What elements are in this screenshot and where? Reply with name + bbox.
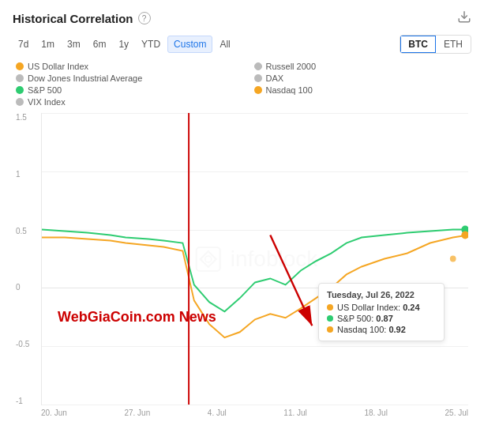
controls-section: 7d 1m 3m 6m 1y YTD Custom All BTC ETH [13, 35, 471, 54]
x-axis-labels: 20. Jun 27. Jun 4. Jul 11. Jul 18. Jul 2… [41, 408, 468, 417]
chart-area: infoblock [41, 113, 468, 405]
page-title: Historical Correlation [13, 12, 133, 25]
tooltip-dot-sp500 [327, 315, 333, 322]
legend-dot-russell [254, 62, 262, 70]
x-label-jun20: 20. Jun [41, 408, 67, 417]
tooltip-row-usd: US Dollar Index: 0.24 [327, 303, 436, 312]
tooltip-label-usd: US Dollar Index: 0.24 [337, 303, 420, 312]
legend-label-dax: DAX [266, 73, 284, 83]
grid-line-bottom [42, 405, 468, 405]
legend-dot-usd [16, 62, 24, 70]
tooltip-dot-usd [327, 304, 333, 311]
filter-6m[interactable]: 6m [88, 36, 112, 52]
filter-all[interactable]: All [214, 36, 235, 52]
filter-custom[interactable]: Custom [167, 36, 212, 53]
filter-1y[interactable]: 1y [113, 36, 134, 52]
legend-label-vix: VIX Index [28, 97, 66, 107]
legend-label-russell: Russell 2000 [266, 62, 317, 71]
x-label-jul11: 11. Jul [283, 408, 306, 417]
header-section: Historical Correlation ? [13, 9, 471, 27]
legend-dot-dow [16, 74, 24, 82]
x-label-jul18: 18. Jul [364, 408, 387, 417]
legend-label-sp500: S&P 500 [28, 85, 62, 95]
tooltip-date: Tuesday, Jul 26, 2022 [327, 290, 436, 299]
time-filter-group: 7d 1m 3m 6m 1y YTD Custom All [13, 36, 236, 53]
x-label-jul4: 4. Jul [208, 408, 227, 417]
chart-wrapper: 1.5 1 0.5 0 -0.5 -1 infoblock [41, 113, 468, 405]
legend-label-nasdaq: Nasdaq 100 [266, 85, 313, 95]
legend-dot-nasdaq [254, 86, 262, 94]
filter-ytd[interactable]: YTD [136, 36, 166, 52]
chart-tooltip: Tuesday, Jul 26, 2022 US Dollar Index: 0… [318, 283, 445, 341]
svg-point-8 [461, 232, 468, 239]
legend-sp500: S&P 500 [16, 85, 231, 95]
legend-dow: Dow Jones Industrial Average [16, 73, 231, 83]
tooltip-label-sp500: S&P 500: 0.87 [337, 314, 393, 323]
x-label-jul25: 25. Jul [445, 408, 468, 417]
legend-label-usd: US Dollar Index [28, 62, 88, 71]
legend-russell: Russell 2000 [254, 62, 469, 71]
legend-dot-sp500 [16, 86, 24, 94]
chart-legend: US Dollar Index Russell 2000 Dow Jones I… [13, 62, 471, 107]
svg-point-9 [450, 256, 456, 262]
y-axis: 1.5 1 0.5 0 -0.5 -1 [16, 113, 29, 405]
tooltip-row-sp500: S&P 500: 0.87 [327, 314, 436, 323]
legend-usd-index: US Dollar Index [16, 62, 231, 71]
asset-btc-button[interactable]: BTC [400, 36, 436, 53]
tooltip-dot-nasdaq [327, 326, 333, 333]
legend-dot-dax [254, 74, 262, 82]
legend-dot-vix [16, 98, 24, 106]
tooltip-row-nasdaq: Nasdaq 100: 0.92 [327, 325, 436, 334]
help-icon[interactable]: ? [138, 12, 151, 24]
asset-toggle-group: BTC ETH [400, 35, 471, 54]
filter-7d[interactable]: 7d [13, 36, 34, 52]
chart-svg [42, 113, 468, 405]
x-label-jun27: 27. Jun [124, 408, 150, 417]
tooltip-label-nasdaq: Nasdaq 100: 0.92 [337, 325, 406, 334]
filter-1m[interactable]: 1m [36, 36, 60, 52]
legend-nasdaq: Nasdaq 100 [254, 85, 469, 95]
filter-3m[interactable]: 3m [62, 36, 86, 52]
legend-dax: DAX [254, 73, 469, 83]
header-left: Historical Correlation ? [13, 12, 151, 25]
legend-label-dow: Dow Jones Industrial Average [28, 73, 142, 83]
legend-vix: VIX Index [16, 97, 231, 107]
download-icon[interactable] [457, 9, 471, 27]
asset-eth-button[interactable]: ETH [436, 36, 471, 53]
